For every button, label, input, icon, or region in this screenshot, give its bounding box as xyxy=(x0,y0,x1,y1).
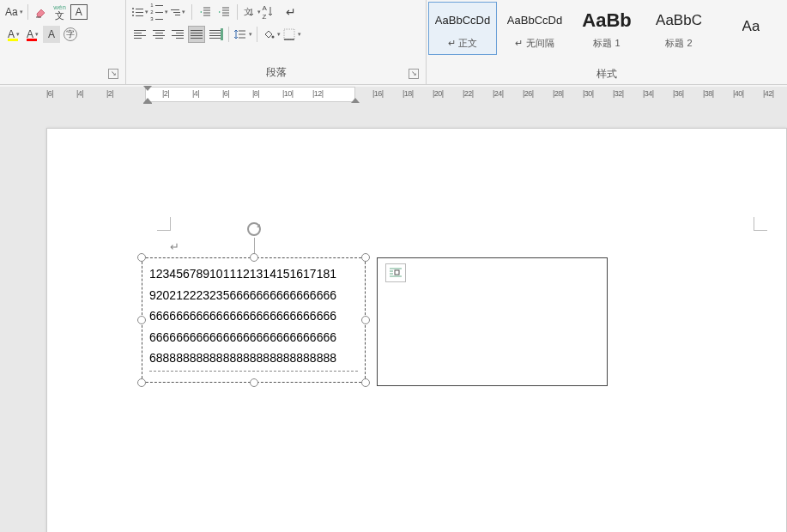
text-box[interactable]: 1234567891011121314151617181920212223235… xyxy=(142,257,366,383)
first-line-indent-marker[interactable] xyxy=(143,86,152,91)
style-item-0[interactable]: AaBbCcDd↵ 正文 xyxy=(428,2,497,55)
style-item-3[interactable]: AaBbC标题 2 xyxy=(645,2,713,55)
align-right-icon xyxy=(172,28,184,40)
resize-handle-se[interactable] xyxy=(361,378,370,387)
resize-handle-e[interactable] xyxy=(361,316,370,324)
bullets-icon xyxy=(132,8,143,16)
textbox-line: 6666666666666666666666666666 xyxy=(149,327,358,348)
line-spacing-button[interactable]: ▾ xyxy=(233,26,252,43)
paragraph-mark: ↵ xyxy=(170,240,179,253)
align-left-icon xyxy=(134,28,146,40)
paint-bucket-icon xyxy=(262,27,275,41)
textbox-line: 1234567891011121314151617181 xyxy=(149,263,358,285)
svg-rect-2 xyxy=(284,29,294,39)
layout-options-icon xyxy=(389,267,403,279)
sort-button[interactable]: AZ xyxy=(263,3,281,21)
align-left-button[interactable] xyxy=(131,26,148,43)
svg-point-1 xyxy=(272,36,275,39)
distribute-icon xyxy=(209,28,221,40)
highlight-button[interactable]: A ▾ xyxy=(5,26,22,43)
resize-handle-s[interactable] xyxy=(250,378,258,387)
margin-corner-tl xyxy=(157,217,171,231)
svg-rect-4 xyxy=(395,270,399,275)
style-item-2[interactable]: AaBb标题 1 xyxy=(572,2,641,55)
layout-options-button[interactable] xyxy=(385,263,406,282)
align-center-button[interactable] xyxy=(150,26,167,43)
rotate-icon xyxy=(245,221,263,238)
textbox-line: 6666666666666666666666666666 xyxy=(149,305,358,327)
ribbon: Aa▾ wén 文 A A ▾ xyxy=(0,0,787,85)
rotate-handle[interactable] xyxy=(245,221,263,238)
table-box[interactable] xyxy=(377,257,608,386)
paragraph-group-label: 段落 ↘ xyxy=(131,65,421,82)
paragraph-group: ▾ 123 ▾ ▾ 文 xyxy=(126,0,427,84)
outdent-icon xyxy=(198,5,212,19)
align-center-icon xyxy=(153,28,165,40)
align-right-button[interactable] xyxy=(169,26,186,43)
textbox-line: 6888888888888888888888888888 xyxy=(149,348,358,369)
bullets-button[interactable]: ▾ xyxy=(131,3,148,21)
justify-icon xyxy=(191,28,203,40)
decrease-indent-button[interactable] xyxy=(197,3,214,21)
resize-handle-nw[interactable] xyxy=(137,253,146,262)
character-shading-button[interactable]: A xyxy=(43,26,60,43)
borders-icon xyxy=(282,27,296,41)
resize-handle-ne[interactable] xyxy=(361,253,370,262)
indent-icon xyxy=(217,5,231,19)
font-color-button[interactable]: A ▾ xyxy=(24,26,41,43)
textbox-line: 9202122232356666666666666666 xyxy=(149,285,358,306)
sort-arrow-icon xyxy=(267,5,281,19)
show-marks-button[interactable]: ↵ xyxy=(282,3,300,21)
rotate-connector xyxy=(254,238,255,253)
character-border-button[interactable]: A xyxy=(70,4,88,20)
distribute-button[interactable] xyxy=(207,26,224,43)
borders-button[interactable]: ▾ xyxy=(282,26,301,43)
style-item-1[interactable]: AaBbCcDd↵ 无间隔 xyxy=(500,2,569,55)
change-case-button[interactable]: Aa▾ xyxy=(5,3,23,21)
resize-handle-sw[interactable] xyxy=(137,378,146,387)
multilevel-list-button[interactable]: ▾ xyxy=(170,3,187,21)
styles-group: AaBbCcDd↵ 正文AaBbCcDd↵ 无间隔AaBb标题 1AaBbC标题… xyxy=(427,0,787,84)
numbering-button[interactable]: 123 ▾ xyxy=(150,3,167,21)
svg-point-3 xyxy=(248,223,260,235)
styles-group-label: 样式 xyxy=(427,67,787,84)
eraser-icon xyxy=(34,5,48,19)
styles-gallery[interactable]: AaBbCcDd↵ 正文AaBbCcDd↵ 无间隔AaBb标题 1AaBbC标题… xyxy=(427,0,787,60)
style-item-4[interactable]: Aa xyxy=(717,2,785,55)
font-group: Aa▾ wén 文 A A ▾ xyxy=(0,0,126,84)
font-group-label: ↘ xyxy=(5,80,120,82)
line-spacing-icon xyxy=(233,27,247,41)
text-direction-icon: 文 xyxy=(242,5,256,19)
numbering-icon: 123 xyxy=(150,3,162,21)
resize-handle-n[interactable] xyxy=(250,253,258,262)
right-indent-marker[interactable] xyxy=(351,98,360,103)
text-direction-button[interactable]: 文 ▾ xyxy=(242,3,261,21)
document-area: ↵ 12345678910111213141516171819202122232… xyxy=(0,104,787,532)
shading-button[interactable]: ▾ xyxy=(262,26,281,43)
ruler[interactable]: |6||4||2||2||4||6||8||10||12||16||18||20… xyxy=(0,87,787,106)
increase-indent-button[interactable] xyxy=(215,3,233,21)
justify-button[interactable] xyxy=(188,26,205,43)
margin-corner-tr xyxy=(754,217,767,231)
phonetic-guide-button[interactable]: wén 文 xyxy=(51,3,69,21)
multilevel-icon xyxy=(171,9,180,15)
paragraph-dialog-launcher[interactable]: ↘ xyxy=(409,69,419,79)
resize-handle-w[interactable] xyxy=(137,316,146,324)
font-dialog-launcher[interactable]: ↘ xyxy=(108,69,118,79)
page[interactable]: ↵ 12345678910111213141516171819202122232… xyxy=(46,128,787,532)
enclosed-char-button[interactable]: 字 xyxy=(62,26,79,43)
clear-formatting-button[interactable] xyxy=(33,3,50,21)
